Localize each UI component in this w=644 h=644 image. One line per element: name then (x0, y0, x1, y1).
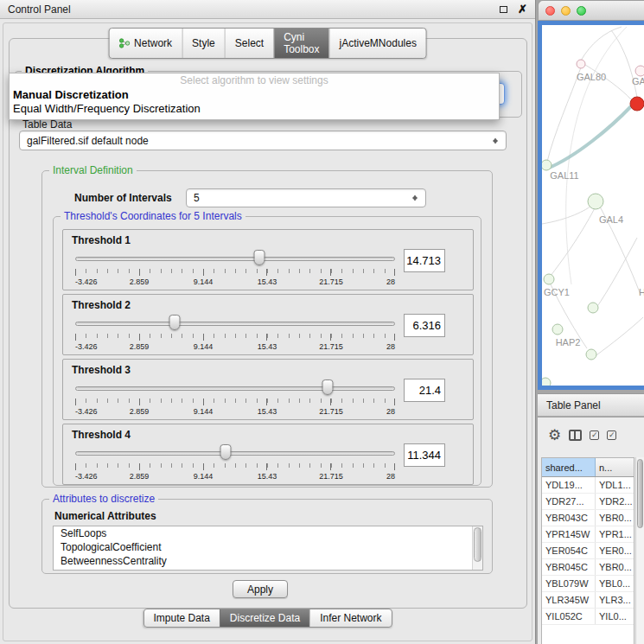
threshold-2-slider[interactable]: -3.426 2.859 9.144 15.43 21.715 28 (75, 314, 395, 354)
scale-label: 2.859 (130, 407, 150, 416)
cell-name[interactable]: YPR1... (596, 526, 634, 542)
network-node[interactable] (577, 60, 585, 68)
threshold-3-value-field[interactable]: 21.4 (404, 379, 445, 402)
network-node[interactable] (588, 194, 603, 209)
network-node[interactable] (544, 274, 554, 284)
network-node[interactable] (635, 66, 644, 76)
threshold-3-slider[interactable]: -3.426 2.859 9.144 15.43 21.715 28 (75, 379, 395, 418)
cell-shared-name[interactable]: YPR145W (542, 526, 596, 542)
cell-shared-name[interactable]: YBR043C (542, 510, 596, 526)
scale-label: 28 (386, 472, 395, 481)
tab-network[interactable]: Network (109, 29, 182, 58)
slider-thumb[interactable] (254, 250, 265, 265)
tab-label: Infer Network (320, 612, 381, 624)
scale-label: 21.715 (319, 472, 343, 481)
dropdown-option-manual-discretization[interactable]: Manual Discretization (10, 88, 499, 102)
table-row[interactable]: YIL052C YIL0... (542, 609, 634, 625)
node-label: GAL80 (577, 72, 606, 82)
cell-shared-name[interactable]: YER054C (542, 543, 596, 558)
cell-shared-name[interactable]: YDR27... (542, 494, 596, 509)
slider-major-ticks (75, 463, 395, 470)
minimize-traffic-light[interactable] (561, 6, 571, 16)
cell-shared-name[interactable]: YLR345W (542, 592, 596, 608)
network-node[interactable] (552, 324, 563, 335)
zoom-traffic-light[interactable] (577, 6, 586, 16)
tab-infer-network[interactable]: Infer Network (309, 609, 391, 627)
close-icon[interactable]: ✗ (518, 3, 527, 16)
table-data-combobox[interactable]: galFiltered.sif default node (19, 131, 507, 150)
scale-label: 15.43 (258, 472, 277, 481)
tab-cyni-toolbox[interactable]: Cyni Toolbox (273, 29, 328, 58)
numerical-attributes-list[interactable]: SelfLoops TopologicalCoefficient Between… (53, 526, 483, 571)
apply-button[interactable]: Apply (233, 580, 288, 598)
close-traffic-light[interactable] (545, 6, 555, 16)
tab-impute-data[interactable]: Impute Data (143, 609, 219, 627)
cell-shared-name[interactable]: YBR045C (542, 559, 596, 575)
select-none-checkbox-icon[interactable]: ✓ (607, 430, 616, 440)
scrollbar-thumb[interactable] (637, 459, 643, 528)
cell-name[interactable]: YBL0... (596, 576, 634, 591)
tab-style[interactable]: Style (182, 29, 225, 58)
slider-thumb[interactable] (220, 444, 231, 460)
cell-shared-name[interactable]: YBL079W (542, 576, 596, 591)
threshold-1-slider[interactable]: -3.426 2.859 9.144 15.43 21.715 28 (75, 249, 395, 289)
scrollbar-thumb[interactable] (474, 527, 481, 562)
network-node[interactable] (542, 160, 552, 170)
threshold-4-slider[interactable]: -3.426 2.859 9.144 15.43 21.715 28 (75, 443, 395, 483)
slider-thumb[interactable] (169, 315, 180, 330)
cell-name[interactable]: YDL1... (596, 477, 634, 493)
slider-track[interactable] (75, 257, 395, 261)
list-scrollbar[interactable] (472, 526, 482, 570)
tab-discretize-data[interactable]: Discretize Data (220, 609, 309, 627)
network-node[interactable] (542, 378, 551, 386)
table-row[interactable]: YBR043C YBR0... (542, 510, 634, 526)
columns-icon[interactable] (569, 430, 582, 441)
tab-select[interactable]: Select (225, 29, 273, 58)
network-node-selected[interactable] (630, 97, 644, 111)
scale-label: 2.859 (130, 472, 150, 481)
cell-name[interactable]: YBR0... (596, 510, 634, 526)
cell-name[interactable]: YBR0... (596, 559, 634, 575)
cell-name[interactable]: YIL0... (596, 609, 634, 624)
slider-major-ticks (75, 334, 395, 341)
list-item[interactable]: SelfLoops (54, 526, 482, 540)
slider-track[interactable] (75, 451, 395, 456)
table-row[interactable]: YBL079W YBL0... (542, 576, 634, 592)
table-row[interactable]: YDR27... YDR2... (542, 494, 634, 510)
slider-scale: -3.426 2.859 9.144 15.43 21.715 28 (75, 342, 395, 352)
number-of-intervals-combobox[interactable]: 5 (186, 188, 426, 207)
list-item[interactable]: BetweennessCentrality (54, 554, 482, 568)
dropdown-option-equal-width-frequency[interactable]: Equal Width/Frequency Discretization (10, 102, 499, 116)
cell-name[interactable]: YLR3... (596, 592, 634, 608)
scale-label: 28 (386, 277, 395, 286)
threshold-4-value-field[interactable]: 11.344 (404, 443, 445, 467)
slider-track[interactable] (75, 386, 395, 391)
threshold-1-value-field[interactable]: 14.713 (404, 249, 445, 272)
table-row[interactable]: YPR145W YPR1... (542, 526, 634, 543)
cell-shared-name[interactable]: YDL19... (542, 477, 596, 493)
network-node[interactable] (588, 303, 598, 313)
gear-icon[interactable]: ⚙ (548, 428, 561, 443)
slider-thumb[interactable] (322, 379, 334, 395)
network-icon (118, 38, 130, 48)
cell-name[interactable]: YER0... (596, 543, 634, 558)
table-row[interactable]: YLR345W YLR3... (542, 592, 634, 609)
table-row[interactable]: YBR045C YBR0... (542, 559, 634, 576)
threshold-2-value-field[interactable]: 6.316 (404, 314, 445, 337)
list-item[interactable]: TopologicalCoefficient (54, 540, 482, 554)
column-header-shared-name[interactable]: shared... (542, 458, 596, 476)
column-header-name[interactable]: n... (596, 458, 634, 476)
table-row[interactable]: YER054C YER0... (542, 543, 634, 559)
float-window-icon[interactable] (500, 6, 507, 13)
table-scrollbar[interactable] (635, 457, 644, 644)
network-node[interactable] (586, 349, 596, 360)
cell-shared-name[interactable]: YIL052C (542, 609, 596, 624)
slider-track[interactable] (75, 322, 395, 326)
threshold-label: Threshold 4 (72, 429, 131, 441)
network-canvas[interactable]: GAL80 GA GAL11 GAL4 GCY1 H HAP2 (542, 25, 644, 386)
table-data-label: Table Data (22, 118, 72, 131)
tab-jactivemnodules[interactable]: jActiveMNodules (329, 29, 426, 58)
table-row[interactable]: YDL19... YDL1... (542, 477, 634, 494)
select-all-checkbox-icon[interactable]: ✓ (590, 430, 599, 440)
cell-name[interactable]: YDR2... (596, 494, 634, 509)
